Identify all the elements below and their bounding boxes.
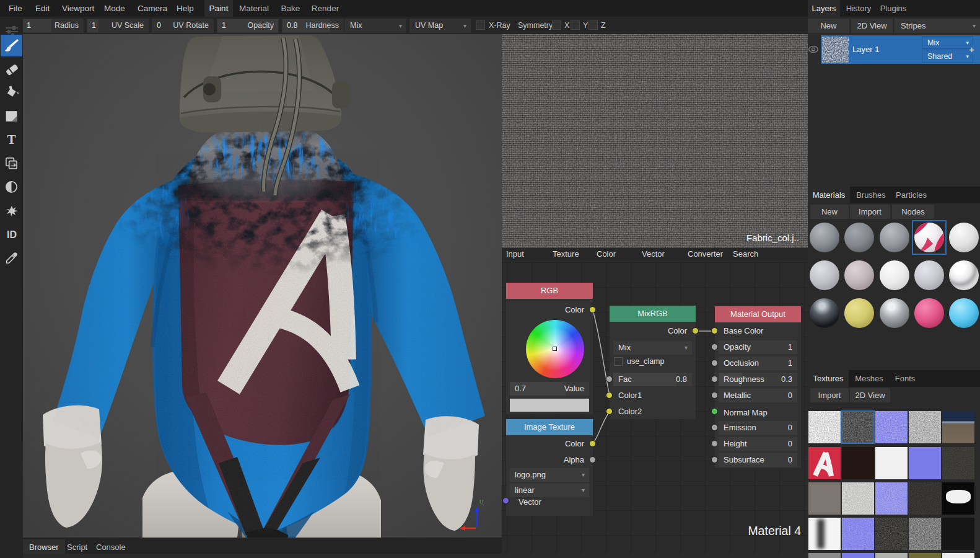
svg-text:ID: ID: [7, 229, 17, 240]
svg-text:T: T: [7, 133, 15, 147]
svg-text:U: U: [479, 498, 484, 505]
